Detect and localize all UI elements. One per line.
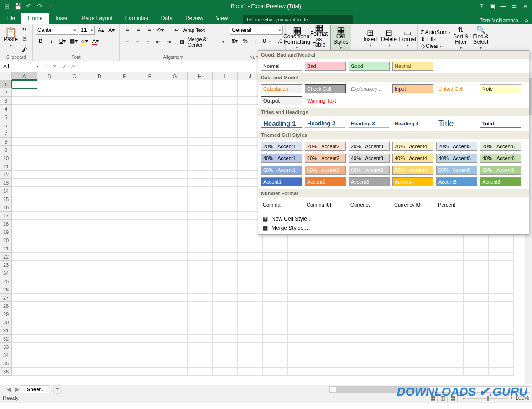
cell[interactable]: [137, 318, 162, 326]
cell[interactable]: [213, 269, 238, 277]
style-swatch[interactable]: Check Cell: [305, 84, 346, 93]
tab-review[interactable]: Review: [179, 13, 209, 24]
cell[interactable]: [162, 203, 188, 212]
cell[interactable]: [288, 269, 313, 277]
cell[interactable]: [137, 129, 162, 138]
cell[interactable]: [162, 171, 188, 179]
cell[interactable]: [12, 88, 37, 97]
style-swatch[interactable]: Linked Cell: [436, 84, 477, 93]
cell[interactable]: [12, 244, 37, 253]
cell[interactable]: [12, 335, 37, 343]
row-header[interactable]: 5: [0, 113, 12, 121]
cell[interactable]: [213, 195, 238, 203]
cell[interactable]: [137, 285, 162, 294]
cell[interactable]: [388, 310, 413, 318]
cancel-formula-icon[interactable]: ✕: [49, 63, 59, 70]
cell[interactable]: [338, 236, 363, 244]
cell[interactable]: [87, 113, 112, 121]
cell[interactable]: [213, 277, 238, 285]
cell[interactable]: [112, 162, 137, 171]
cell[interactable]: [363, 269, 388, 277]
cell[interactable]: [388, 244, 413, 253]
cell[interactable]: [62, 80, 87, 88]
cell[interactable]: [288, 244, 313, 253]
tab-file[interactable]: File: [0, 13, 21, 24]
cell[interactable]: [438, 261, 464, 269]
cell[interactable]: [363, 343, 388, 351]
cell[interactable]: [438, 343, 464, 351]
undo-icon[interactable]: ↶: [24, 1, 34, 11]
cell[interactable]: [338, 261, 363, 269]
cell[interactable]: [213, 359, 238, 368]
row-header[interactable]: 26: [0, 285, 12, 294]
cell[interactable]: [238, 335, 263, 343]
cell[interactable]: [37, 277, 62, 285]
row-header[interactable]: 28: [0, 302, 12, 310]
cell[interactable]: [62, 351, 87, 359]
column-header[interactable]: A: [12, 72, 37, 80]
cell[interactable]: [12, 179, 37, 187]
cell[interactable]: [238, 351, 263, 359]
cell[interactable]: [87, 244, 112, 253]
cell[interactable]: [413, 318, 438, 326]
cell[interactable]: [112, 212, 137, 220]
cell[interactable]: [313, 294, 338, 302]
cell[interactable]: [188, 326, 213, 335]
merge-center-button[interactable]: Merge & Center: [188, 36, 221, 47]
cell[interactable]: [263, 302, 288, 310]
style-swatch[interactable]: Good: [349, 62, 390, 71]
cell[interactable]: [62, 335, 87, 343]
cell[interactable]: [162, 310, 188, 318]
cell[interactable]: [338, 310, 363, 318]
cell[interactable]: [62, 253, 87, 261]
cell[interactable]: [388, 359, 413, 368]
cell[interactable]: [62, 154, 87, 162]
cell[interactable]: [188, 318, 213, 326]
align-bottom-icon[interactable]: ≡: [144, 26, 154, 35]
ribbon-display-icon[interactable]: ▣: [487, 1, 497, 11]
cell[interactable]: [238, 244, 263, 253]
cell[interactable]: [112, 88, 137, 97]
cell[interactable]: [238, 326, 263, 335]
cell[interactable]: [464, 244, 489, 253]
row-header[interactable]: 16: [0, 203, 12, 212]
cell[interactable]: [112, 359, 137, 368]
number-format-combo[interactable]: General▾: [230, 26, 283, 35]
cell[interactable]: [489, 359, 514, 368]
column-header[interactable]: F: [137, 72, 162, 80]
cell[interactable]: [213, 187, 238, 195]
cell[interactable]: [263, 285, 288, 294]
cell[interactable]: [87, 203, 112, 212]
cell[interactable]: [12, 351, 37, 359]
user-name[interactable]: Tom McNamara: [480, 17, 518, 24]
cell[interactable]: [112, 146, 137, 154]
cell[interactable]: [288, 302, 313, 310]
cell[interactable]: [188, 97, 213, 105]
cell[interactable]: [313, 277, 338, 285]
cell[interactable]: [438, 269, 464, 277]
cell[interactable]: [112, 261, 137, 269]
cell[interactable]: [213, 97, 238, 105]
cell[interactable]: [87, 220, 112, 228]
style-swatch[interactable]: Comma [0]: [305, 200, 346, 209]
cell[interactable]: [464, 359, 489, 368]
cell[interactable]: [112, 97, 137, 105]
cell[interactable]: [62, 318, 87, 326]
cell[interactable]: [137, 121, 162, 129]
cell[interactable]: [137, 138, 162, 146]
cell[interactable]: [213, 244, 238, 253]
cell[interactable]: [313, 244, 338, 253]
style-swatch[interactable]: Comma: [261, 200, 302, 209]
cell[interactable]: [37, 187, 62, 195]
cell[interactable]: [213, 351, 238, 359]
cell[interactable]: [238, 310, 263, 318]
cell[interactable]: [87, 171, 112, 179]
style-swatch[interactable]: Calculation: [261, 84, 302, 93]
cell[interactable]: [137, 113, 162, 121]
cell[interactable]: [12, 253, 37, 261]
cell[interactable]: [188, 285, 213, 294]
cell[interactable]: [438, 359, 464, 368]
cell[interactable]: [162, 105, 188, 113]
cell[interactable]: [464, 335, 489, 343]
cell[interactable]: [87, 368, 112, 376]
